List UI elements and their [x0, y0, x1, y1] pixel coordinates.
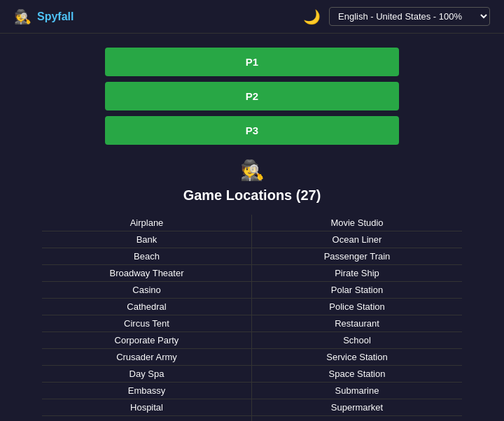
locations-title: Game Locations (27)	[183, 187, 321, 204]
list-item: Pirate Ship	[252, 265, 462, 282]
list-item: Service Station	[252, 349, 462, 366]
list-item: Bank	[42, 231, 252, 248]
moon-icon[interactable]: 🌙	[303, 8, 321, 25]
list-item: University	[252, 416, 462, 421]
list-item: Hotel	[42, 416, 252, 421]
list-item: Police Station	[252, 299, 462, 315]
list-item: Hospital	[42, 399, 252, 416]
main-content: P1 P2 P3 🕵 Game Locations (27) AirplaneM…	[0, 34, 504, 421]
logo-text: Spyfall	[37, 10, 74, 23]
list-item: Day Spa	[42, 366, 252, 383]
list-item: Space Station	[252, 366, 462, 383]
list-item: Corporate Party	[42, 332, 252, 349]
language-select[interactable]: English - United States - 100%English - …	[329, 7, 490, 26]
player-buttons: P1 P2 P3	[105, 48, 399, 145]
list-item: School	[252, 332, 462, 349]
list-item: Crusader Army	[42, 349, 252, 366]
spy-icon-display: 🕵	[240, 159, 265, 182]
list-item: Airplane	[42, 215, 252, 231]
list-item: Embassy	[42, 383, 252, 399]
list-item: Movie Studio	[252, 215, 462, 231]
list-item: Submarine	[252, 383, 462, 399]
list-item: Circus Tent	[42, 315, 252, 332]
player-3-button[interactable]: P3	[105, 116, 399, 145]
logo-icon: 🕵	[14, 8, 31, 25]
list-item: Casino	[42, 282, 252, 299]
player-2-button[interactable]: P2	[105, 82, 399, 110]
logo: 🕵 Spyfall	[14, 8, 74, 25]
list-item: Broadway Theater	[42, 265, 252, 282]
list-item: Supermarket	[252, 399, 462, 416]
list-item: Polar Station	[252, 282, 462, 299]
player-1-button[interactable]: P1	[105, 48, 399, 76]
list-item: Cathedral	[42, 299, 252, 315]
locations-grid: AirplaneMovie StudioBankOcean LinerBeach…	[42, 215, 462, 421]
list-item: Beach	[42, 248, 252, 265]
list-item: Restaurant	[252, 315, 462, 332]
header: 🕵 Spyfall 🌙 English - United States - 10…	[0, 0, 504, 34]
list-item: Passenger Train	[252, 248, 462, 265]
list-item: Ocean Liner	[252, 231, 462, 248]
